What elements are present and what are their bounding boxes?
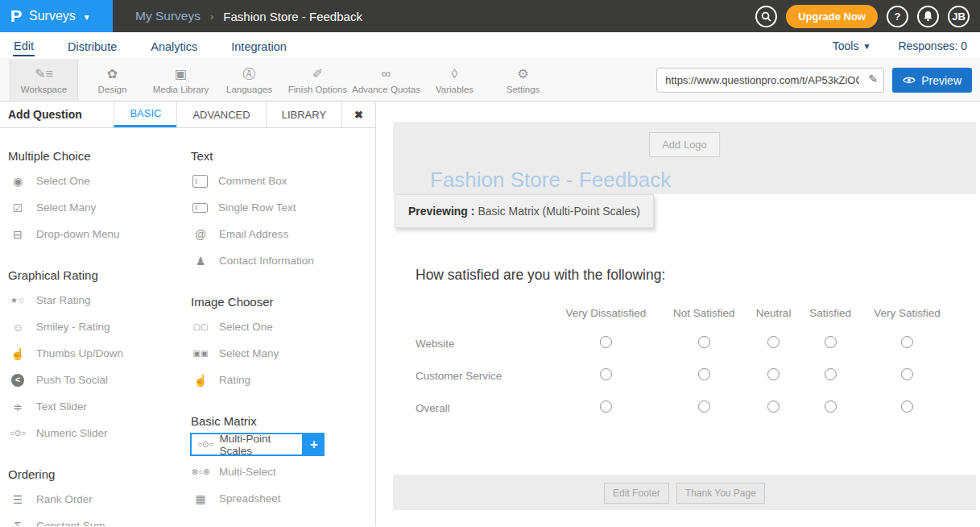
breadcrumb-my-surveys[interactable]: My Surveys [135,9,201,23]
section-header-multiple-choice: Multiple Choice [8,149,190,163]
question-type-star-rating[interactable]: ★☆Star Rating [7,287,190,313]
preview-button[interactable]: Preview [892,68,972,93]
languages-icon: Ⓐ [243,66,256,81]
question-type-smiley-rating[interactable]: ☺Smiley - Rating [7,313,190,340]
eye-icon [903,76,916,85]
toolbar-variables[interactable]: ◊Variables [420,60,489,101]
thank-you-page-button[interactable]: Thank You Page [676,483,765,504]
notifications-button[interactable] [917,6,939,27]
edit-url-icon[interactable]: ✎ [868,73,878,85]
question-type-select-many[interactable]: ▣▣Select Many [190,340,373,367]
section-header-basic-matrix: Basic Matrix [191,414,373,428]
matrix-radio-button[interactable] [825,368,837,380]
nav-item-analytics[interactable]: Analytics [150,36,198,56]
question-type-label: Select One [219,321,273,333]
question-type-label: Single Row Text [218,201,296,214]
matrix-cell [800,327,861,359]
tools-menu[interactable]: Tools ▼ [833,39,871,52]
matrix-radio-button[interactable] [825,400,837,413]
toolbar-settings[interactable]: ⚙Settings [489,60,557,101]
matrix-column-header: Satisfied [800,297,861,327]
matrix-mps-icon: ○⊙○ [197,440,213,449]
matrix-column-header: Very Satisfied [861,297,953,327]
question-type-spreadsheet[interactable]: ▦Spreadsheet [190,485,373,512]
matrix-radio-button[interactable] [901,400,913,413]
matrix-radio-button[interactable] [600,368,612,380]
matrix-cell [747,327,800,359]
tab-library[interactable]: LIBRARY [266,102,341,127]
matrix-radio-button[interactable] [698,368,710,380]
matrix-radio-button[interactable] [901,336,913,348]
workspace-icon: ✎≡ [35,66,53,81]
question-text: How satisfied are you with the following… [416,267,665,284]
toolbar-workspace[interactable]: ✎≡Workspace [10,60,78,101]
search-button[interactable] [755,6,777,27]
matrix-radio-button[interactable] [698,400,710,413]
matrix-radio-button[interactable] [767,368,779,380]
matrix-radio-button[interactable] [767,336,779,348]
upgrade-now-button[interactable]: Upgrade Now [786,5,878,28]
edit-footer-button[interactable]: Edit Footer [604,483,669,504]
radio-stack-icon: ◉ [7,175,28,188]
question-type-contact-information[interactable]: ♟Contact Information [190,247,373,274]
toolbar-languages[interactable]: ⒶLanguages [215,60,283,101]
question-type-comment-box[interactable]: IComment Box [190,168,373,194]
matrix-radio-button[interactable] [767,400,779,413]
question-type-constant-sum[interactable]: ΣConstant Sum [7,512,190,526]
breadcrumb-separator: › [210,10,213,23]
question-type-select-one[interactable]: ▢▢Select One [190,313,373,340]
matrix-radio-button[interactable] [600,400,612,413]
survey-preview-area: Add Logo Fashion Store - Feedback Previe… [376,102,980,526]
question-type-rank-order[interactable]: ☰Rank Order [7,486,190,512]
tab-basic[interactable]: BASIC [114,102,176,127]
question-type-push-to-social[interactable]: <Push To Social [7,367,190,393]
toolbar-media-library[interactable]: ▣Media Library [147,60,215,101]
question-type-label: Rating [219,374,250,386]
toolbar-advance-quotas[interactable]: ∞Advance Quotas [352,60,420,101]
text-slider-icon: ≑ [7,400,28,413]
matrix-cell [661,392,747,424]
help-button[interactable]: ? [887,6,908,27]
section-header-image-chooser: Image Chooser [191,295,373,309]
question-type-label: Select Many [219,347,279,359]
matrix-radio-button[interactable] [600,336,612,348]
smiley-icon: ☺ [7,321,28,334]
matrix-cell [800,392,861,424]
close-panel-button[interactable]: ✖ [341,102,375,127]
question-type-select-many[interactable]: ☑Select Many [7,194,190,221]
toolbar-finish-options[interactable]: ✐Finish Options [283,60,352,101]
toolbar-label: Settings [507,85,540,94]
add-logo-button[interactable]: Add Logo [649,132,720,157]
nav-item-distribute[interactable]: Distribute [67,36,118,56]
nav-item-edit[interactable]: Edit [13,35,35,56]
tab-advanced[interactable]: ADVANCED [176,102,265,127]
section-nav: EditDistributeAnalyticsIntegration Tools… [0,32,980,59]
question-type-text-slider[interactable]: ≑Text Slider [7,393,190,420]
toolbar-label: Languages [226,85,272,94]
add-question-button[interactable]: + [304,433,325,456]
question-type-drop-down-menu[interactable]: ⊟Drop-down Menu [7,221,190,247]
question-type-rating[interactable]: ☝Rating [190,367,373,393]
question-type-email-address[interactable]: @Email Address [190,221,373,247]
responses-count[interactable]: Responses: 0 [898,39,967,52]
question-type-select-one[interactable]: ◉Select One [7,168,190,194]
img-many-icon: ▣▣ [190,349,211,358]
matrix-radio-button[interactable] [825,336,837,348]
matrix-radio-button[interactable] [901,368,913,380]
questionpro-logo-icon: P [10,6,23,26]
question-type-multi-point-scales[interactable]: ○⊙○Multi-Point Scales [190,433,304,456]
user-avatar[interactable]: JB [948,6,970,27]
question-type-label: Contact Information [219,255,314,267]
question-type-thumbs-up-down[interactable]: ☝Thumbs Up/Down [7,340,190,367]
surveys-menu[interactable]: P Surveys ▼ [0,0,113,32]
matrix-row-label: Website [416,327,551,359]
question-type-single-row-text[interactable]: ISingle Row Text [190,194,373,221]
question-type-label: Thumbs Up/Down [36,347,123,359]
survey-url-input[interactable] [656,68,884,93]
matrix-radio-button[interactable] [698,336,710,348]
question-type-numeric-slider[interactable]: ○⊙○Numeric Slider [7,420,190,446]
question-type-multi-select[interactable]: ⊗○⊗Multi-Select [190,459,373,485]
toolbar-design[interactable]: ✿Design [78,60,147,101]
matrix-cell [551,392,661,424]
nav-item-integration[interactable]: Integration [230,36,287,56]
